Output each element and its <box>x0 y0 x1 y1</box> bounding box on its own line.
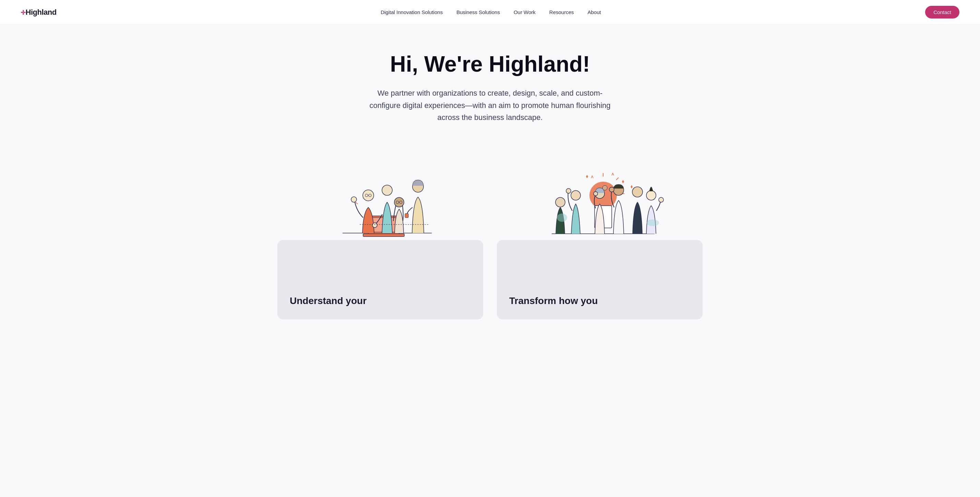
card-transform-content: Transform how you <box>497 240 703 319</box>
card-transform-heading: Transform how you <box>509 295 690 307</box>
svg-line-21 <box>616 178 619 180</box>
card-understand-content: Understand your <box>277 240 483 319</box>
illustration-transform <box>497 158 703 247</box>
svg-point-36 <box>659 197 663 202</box>
card-understand-heading: Understand your <box>290 295 471 307</box>
main-nav: Digital Innovation Solutions Business So… <box>380 9 601 15</box>
hero-heading: Hi, We're Highland! <box>342 52 638 76</box>
svg-rect-3 <box>363 234 404 237</box>
svg-rect-17 <box>405 214 408 218</box>
svg-point-8 <box>351 197 356 202</box>
nav-business-solutions[interactable]: Business Solutions <box>457 9 500 15</box>
svg-point-33 <box>603 186 607 190</box>
feature-cards: Understand your <box>250 137 730 319</box>
svg-point-11 <box>372 223 377 228</box>
nav-digital-innovation[interactable]: Digital Innovation Solutions <box>380 9 443 15</box>
svg-line-9 <box>356 202 358 204</box>
site-header: ✛Highland Digital Innovation Solutions B… <box>0 0 980 25</box>
svg-point-34 <box>632 187 643 197</box>
svg-point-26 <box>571 191 581 200</box>
logo[interactable]: ✛Highland <box>21 8 57 17</box>
svg-point-35 <box>646 191 656 200</box>
card-understand: Understand your <box>277 158 483 319</box>
hero-section: Hi, We're Highland! We partner with orga… <box>336 25 644 137</box>
logo-text: ✛Highland <box>21 8 57 17</box>
nav-resources[interactable]: Resources <box>549 9 574 15</box>
hero-description: We partner with organizations to create,… <box>367 87 613 123</box>
nav-our-work[interactable]: Our Work <box>514 9 536 15</box>
svg-point-10 <box>382 185 392 195</box>
illustration-understand <box>277 158 483 247</box>
nav-about[interactable]: About <box>588 9 601 15</box>
contact-button[interactable]: Contact <box>925 6 959 19</box>
svg-point-27 <box>566 189 571 193</box>
svg-point-38 <box>647 219 659 226</box>
card-transform: Transform how you <box>497 158 703 319</box>
svg-point-37 <box>557 214 567 222</box>
svg-point-30 <box>593 192 598 196</box>
svg-point-25 <box>555 197 565 207</box>
svg-point-32 <box>609 187 614 192</box>
